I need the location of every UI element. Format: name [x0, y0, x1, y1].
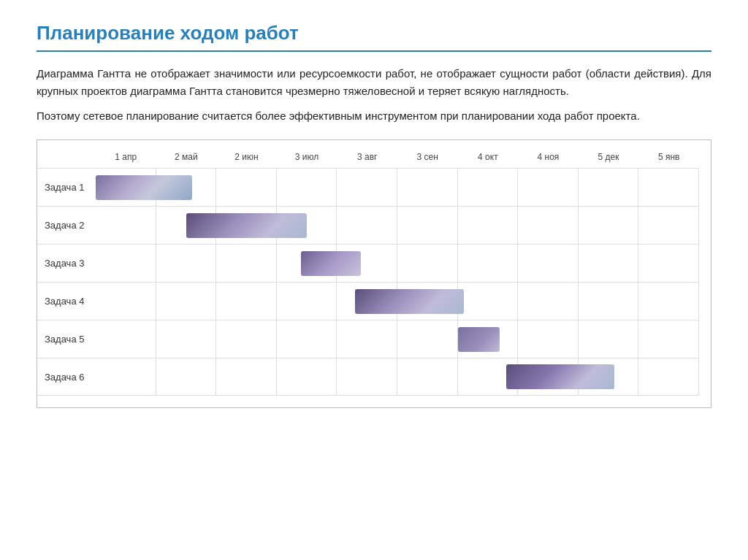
- gantt-chart: 1 апр2 май2 июн3 июл3 авг3 сен4 окт4 ноя…: [37, 139, 711, 408]
- chart-row: Задача 2: [37, 206, 699, 244]
- paragraph-1: Диаграмма Гантта не отображает значимост…: [37, 65, 711, 100]
- col-label: 1 апр: [96, 152, 156, 162]
- task-grid: [96, 283, 699, 320]
- chart-row: Задача 4: [37, 282, 699, 320]
- task-grid: [96, 245, 699, 282]
- col-label: 3 авг: [337, 152, 397, 162]
- task-bar: [506, 364, 615, 389]
- task-bar: [355, 289, 464, 314]
- task-grid: [96, 169, 699, 206]
- col-label: 4 окт: [458, 152, 519, 162]
- task-label: Задача 1: [37, 182, 96, 193]
- paragraph-2: Поэтому сетевое планирование считается б…: [37, 107, 711, 125]
- chart-row: Задача 6: [37, 358, 699, 396]
- task-label: Задача 3: [37, 258, 96, 269]
- col-label: 4 ноя: [518, 152, 579, 162]
- col-label: 2 май: [156, 152, 217, 162]
- col-label: 5 дек: [579, 152, 639, 162]
- col-label: 2 июн: [216, 152, 277, 162]
- task-bar: [458, 327, 500, 352]
- task-label: Задача 6: [37, 372, 96, 383]
- chart-row: Задача 3: [37, 244, 699, 282]
- chart-row: Задача 1: [37, 168, 699, 206]
- col-label: 5 янв: [638, 152, 699, 162]
- description-block: Диаграмма Гантта не отображает значимост…: [37, 65, 711, 125]
- task-grid: [96, 207, 699, 244]
- task-bar: [301, 251, 362, 276]
- task-bar: [96, 175, 192, 200]
- task-label: Задача 5: [37, 334, 96, 345]
- task-grid: [96, 358, 699, 395]
- page-title: Планирование ходом работ: [37, 22, 711, 52]
- chart-header: 1 апр2 май2 июн3 июл3 авг3 сен4 окт4 ноя…: [96, 152, 699, 162]
- task-grid: [96, 321, 699, 358]
- task-label: Задача 4: [37, 296, 96, 307]
- col-label: 3 июл: [277, 152, 337, 162]
- task-label: Задача 2: [37, 220, 96, 231]
- col-label: 3 сен: [397, 152, 458, 162]
- task-bar: [186, 213, 307, 238]
- chart-row: Задача 5: [37, 320, 699, 358]
